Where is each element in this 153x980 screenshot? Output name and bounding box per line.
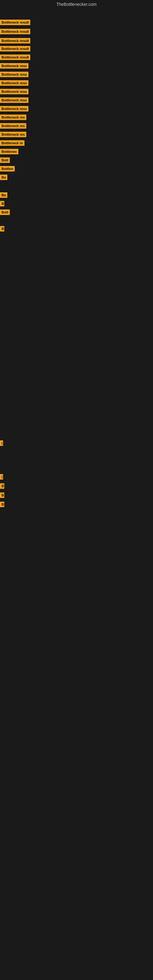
bottleneck-item: Bottleneck resu: [0, 63, 29, 68]
bottleneck-badge: Bottleneck resu: [0, 72, 29, 77]
bottleneck-item: Bottleneck re: [0, 140, 24, 146]
bottleneck-item: B: [0, 226, 4, 232]
bottleneck-item: |: [0, 474, 3, 480]
site-title: TheBottlenecker.com: [0, 0, 153, 9]
bottleneck-item: Bottlenec: [0, 149, 18, 154]
bottleneck-item: Bott: [0, 210, 10, 215]
bottleneck-badge: Bottleneck result: [0, 20, 30, 25]
bottleneck-item: Bott: [0, 158, 10, 163]
bottleneck-item: Bottleneck res: [0, 115, 26, 120]
bottleneck-badge: Bottleneck resu: [0, 89, 29, 94]
bottleneck-badge: Bottleneck resu: [0, 97, 29, 103]
bottleneck-item: Bottleneck resu: [0, 80, 29, 86]
bottleneck-badge: B: [0, 201, 4, 207]
bottleneck-badge: Bottleneck result: [0, 38, 30, 43]
bottleneck-badge: Bottleneck resu: [0, 63, 29, 68]
bottleneck-item: Bottleneck resu: [0, 89, 29, 94]
bottleneck-item: Bottleneck resu: [0, 72, 29, 77]
bottleneck-badge: Bo: [0, 192, 7, 198]
bottleneck-badge: B: [0, 492, 4, 498]
bottleneck-item: Bottleneck resu: [0, 106, 29, 111]
bottleneck-badge: Bottlenec: [0, 149, 18, 154]
bottleneck-badge: Bottleneck res: [0, 123, 26, 129]
bottleneck-badge: |: [0, 474, 3, 480]
bottleneck-badge: Bott: [0, 210, 10, 215]
bottleneck-badge: B: [0, 483, 4, 489]
bottleneck-item: Bottleneck res: [0, 123, 26, 129]
bottleneck-item: Bottleneck result: [0, 46, 30, 51]
bottleneck-item: Bottleneck result: [0, 29, 30, 34]
bottleneck-badge: B: [0, 226, 4, 232]
bottleneck-badge: Bo: [0, 175, 7, 180]
bottleneck-badge: |: [0, 441, 3, 446]
bottleneck-item: Bottleneck result: [0, 38, 30, 43]
bottleneck-item: Bottleneck result: [0, 54, 30, 60]
bottleneck-badge: Bott: [0, 158, 10, 163]
bottleneck-item: Bottleneck res: [0, 132, 26, 137]
bottleneck-badge: Bottleneck res: [0, 115, 26, 120]
bottleneck-item: Bottleneck result: [0, 20, 30, 25]
bottleneck-item: Bo: [0, 192, 7, 198]
bottleneck-badge: Bottleneck resu: [0, 80, 29, 86]
bottleneck-badge: Bottleneck resu: [0, 106, 29, 111]
bottleneck-item: Bottleneck resu: [0, 97, 29, 103]
bottleneck-badge: Bottleneck result: [0, 54, 30, 60]
bottleneck-item: B: [0, 502, 4, 507]
bottleneck-badge: Bottlen: [0, 166, 15, 172]
bottleneck-item: B: [0, 483, 4, 489]
bottleneck-item: B: [0, 492, 4, 498]
bottleneck-item: B: [0, 201, 4, 207]
bottleneck-item: |: [0, 441, 3, 446]
bottleneck-item: Bo: [0, 175, 7, 180]
bottleneck-item: Bottlen: [0, 166, 15, 172]
bottleneck-badge: B: [0, 502, 4, 507]
bottleneck-badge: Bottleneck result: [0, 29, 30, 34]
bottleneck-badge: Bottleneck re: [0, 140, 24, 146]
bottleneck-badge: Bottleneck result: [0, 46, 30, 51]
bottleneck-badge: Bottleneck res: [0, 132, 26, 137]
